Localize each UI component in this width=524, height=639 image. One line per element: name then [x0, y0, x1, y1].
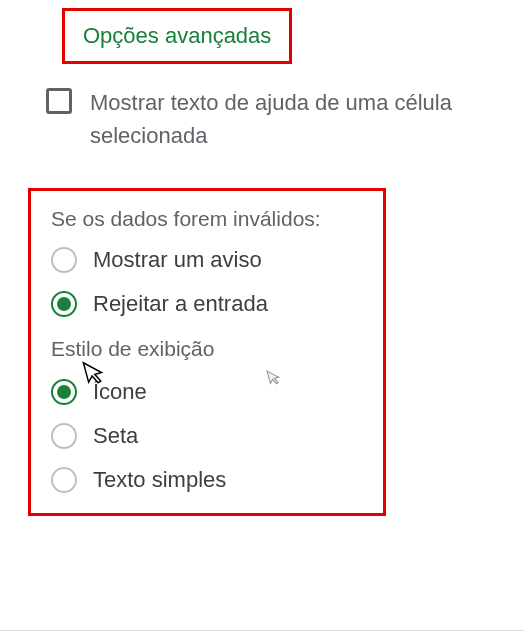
invalid-data-option-reject[interactable]: Rejeitar a entrada: [51, 291, 363, 317]
display-style-option-icon[interactable]: Ícone: [51, 379, 363, 405]
radio-label: Texto simples: [93, 467, 226, 493]
radio-label: Seta: [93, 423, 138, 449]
help-text-option[interactable]: Mostrar texto de ajuda de uma célula sel…: [46, 86, 484, 152]
invalid-data-title: Se os dados forem inválidos:: [51, 207, 363, 231]
radio-label: Ícone: [93, 379, 147, 405]
display-style-option-arrow[interactable]: Seta: [51, 423, 363, 449]
help-text-label: Mostrar texto de ajuda de uma célula sel…: [90, 86, 484, 152]
invalid-data-option-warning[interactable]: Mostrar um aviso: [51, 247, 363, 273]
radio-icon[interactable]: [51, 291, 77, 317]
radio-icon[interactable]: [51, 423, 77, 449]
advanced-options-toggle[interactable]: Opções avançadas: [62, 8, 292, 64]
validation-options-panel: Se os dados forem inválidos: Mostrar um …: [28, 188, 386, 516]
radio-label: Mostrar um aviso: [93, 247, 262, 273]
radio-label: Rejeitar a entrada: [93, 291, 268, 317]
help-text-checkbox[interactable]: [46, 88, 72, 114]
display-style-option-text[interactable]: Texto simples: [51, 467, 363, 493]
display-style-title: Estilo de exibição: [51, 337, 363, 361]
radio-icon[interactable]: [51, 379, 77, 405]
divider: [0, 630, 524, 631]
radio-icon[interactable]: [51, 247, 77, 273]
radio-icon[interactable]: [51, 467, 77, 493]
